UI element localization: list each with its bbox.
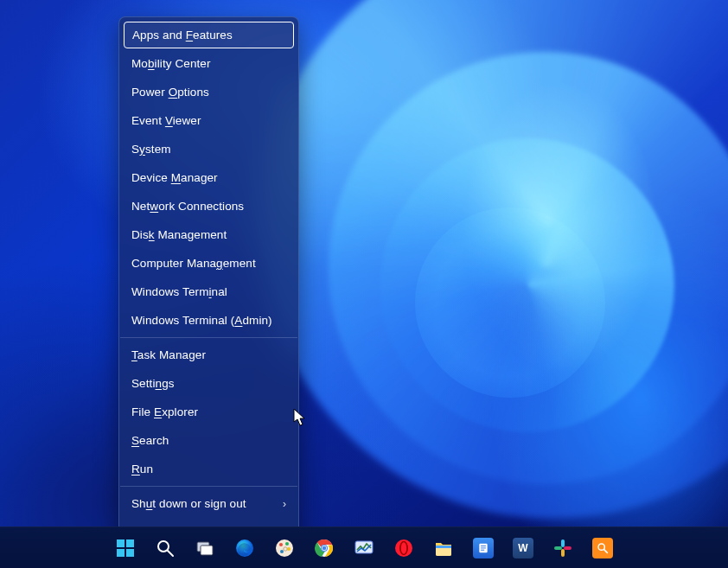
menu-item-label: Mobility Center [131, 57, 211, 70]
taskbar-button-blue-doc-app[interactable] [466, 531, 501, 565]
svg-point-4 [158, 541, 169, 552]
menu-item-search[interactable]: Search [119, 426, 298, 455]
menu-item-label: Disk Management [131, 228, 227, 241]
menu-item-label: Windows Terminal [131, 285, 227, 298]
start-icon [115, 538, 136, 558]
file-explorer-icon [433, 538, 454, 558]
menu-item-computer-management[interactable]: Computer Management [119, 249, 298, 278]
svg-rect-28 [481, 549, 484, 550]
menu-item-label: Device Manager [131, 171, 218, 184]
svg-rect-32 [564, 546, 572, 550]
taskbar-button-start[interactable] [108, 531, 143, 565]
svg-rect-2 [117, 549, 125, 557]
winx-context-menu: Apps and FeaturesMobility CenterPower Op… [118, 16, 299, 551]
svg-rect-3 [126, 549, 134, 557]
search-icon [155, 538, 176, 558]
menu-item-label: System [131, 143, 171, 156]
menu-item-system[interactable]: System [119, 135, 298, 163]
taskbar-button-chrome[interactable] [307, 531, 342, 565]
menu-item-label: Computer Management [131, 257, 256, 270]
taskbar-button-paint[interactable] [267, 531, 302, 565]
blue-doc-app-icon [473, 538, 494, 558]
svg-point-13 [280, 550, 284, 553]
menu-item-label: Search [131, 434, 169, 447]
menu-separator [120, 486, 297, 487]
svg-rect-0 [117, 539, 125, 547]
paint-icon [274, 538, 295, 558]
taskbar-button-edge[interactable] [227, 531, 262, 565]
task-view-icon [195, 538, 215, 558]
svg-rect-7 [201, 546, 213, 555]
menu-item-device-manager[interactable]: Device Manager [119, 163, 298, 192]
svg-point-14 [284, 546, 287, 550]
wallpaper-swirl [415, 207, 605, 398]
taskbar-button-slack[interactable] [546, 531, 580, 565]
menu-item-label: Windows Terminal (Admin) [131, 314, 272, 327]
svg-point-18 [322, 546, 327, 550]
monitor-chart-icon [354, 538, 374, 558]
taskbar-icon-group: W [108, 531, 620, 565]
menu-item-label: Power Options [131, 86, 209, 99]
taskbar-button-file-explorer[interactable] [426, 531, 461, 565]
svg-rect-31 [561, 549, 565, 557]
menu-item-file-explorer[interactable]: File Explorer [119, 398, 298, 426]
taskbar-button-word[interactable]: W [506, 531, 540, 565]
svg-rect-30 [554, 546, 562, 550]
menu-item-network-connections[interactable]: Network Connections [119, 192, 298, 220]
svg-point-10 [279, 543, 283, 546]
word-icon: W [513, 538, 533, 558]
taskbar: W [0, 527, 728, 568]
chevron-right-icon: › [283, 498, 286, 510]
menu-item-label: File Explorer [131, 405, 198, 418]
menu-item-event-viewer[interactable]: Event Viewer [119, 106, 298, 135]
svg-line-5 [168, 551, 173, 556]
menu-item-windows-terminal[interactable]: Windows Terminal [119, 278, 298, 306]
menu-item-run[interactable]: Run [119, 455, 298, 483]
menu-separator [120, 337, 297, 338]
taskbar-button-everything[interactable] [585, 531, 620, 565]
taskbar-button-search[interactable] [148, 531, 182, 565]
edge-icon [234, 538, 255, 558]
taskbar-button-opera[interactable] [386, 531, 421, 565]
opera-icon [393, 538, 414, 558]
desktop-wallpaper[interactable] [0, 0, 728, 568]
svg-line-34 [604, 549, 608, 552]
taskbar-button-task-view[interactable] [188, 531, 222, 565]
menu-item-label: Apps and Features [132, 29, 233, 41]
menu-item-label: Settings [131, 377, 175, 390]
menu-item-disk-management[interactable]: Disk Management [119, 220, 298, 249]
svg-rect-1 [126, 539, 134, 547]
menu-item-settings[interactable]: Settings [119, 369, 298, 398]
menu-item-label: Run [131, 463, 153, 475]
slack-icon [552, 538, 573, 558]
svg-rect-29 [561, 539, 565, 547]
taskbar-button-monitor-chart[interactable] [347, 531, 381, 565]
everything-icon [592, 538, 613, 558]
menu-item-label: Network Connections [131, 200, 244, 213]
menu-item-mobility-center[interactable]: Mobility Center [119, 49, 298, 78]
menu-item-apps-and-features[interactable]: Apps and Features [124, 22, 294, 48]
svg-rect-24 [436, 546, 451, 548]
menu-item-label: Task Manager [131, 348, 206, 361]
chrome-icon [314, 538, 335, 558]
svg-rect-27 [481, 547, 486, 548]
menu-item-task-manager[interactable]: Task Manager [119, 341, 298, 369]
menu-item-shut-down-or-sign-out[interactable]: Shut down or sign out› [119, 489, 298, 518]
svg-point-11 [285, 542, 289, 546]
menu-item-power-options[interactable]: Power Options [119, 78, 298, 106]
menu-item-label: Shut down or sign out [131, 497, 246, 510]
svg-rect-26 [481, 546, 486, 546]
menu-item-label: Event Viewer [131, 114, 201, 127]
svg-point-22 [401, 542, 406, 554]
menu-item-windows-terminal-admin[interactable]: Windows Terminal (Admin) [119, 306, 298, 335]
